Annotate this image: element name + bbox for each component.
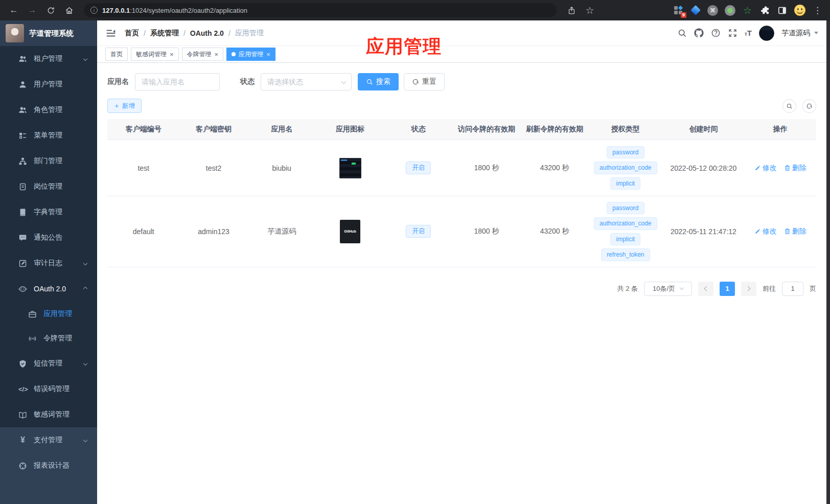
- chevron-down-icon: [680, 286, 684, 290]
- show-search-button[interactable]: [782, 99, 796, 113]
- cell-access-validity: 1800 秒: [452, 223, 520, 240]
- plus-icon: [114, 103, 120, 109]
- browser-menu-icon[interactable]: ⋮: [811, 5, 824, 16]
- site-info-icon[interactable]: i: [90, 7, 98, 14]
- bookmark-star-icon[interactable]: ☆: [582, 3, 597, 18]
- sidebar-item-label: 用户管理: [34, 80, 62, 89]
- sidebar-item-user[interactable]: 用户管理: [0, 72, 97, 97]
- chevron-down-icon: [83, 361, 87, 365]
- tab-application[interactable]: 应用管理×: [226, 48, 275, 61]
- status-select[interactable]: [261, 73, 352, 90]
- fullscreen-icon[interactable]: [728, 28, 737, 38]
- tab-token[interactable]: 令牌管理×: [182, 48, 224, 61]
- delete-link[interactable]: 删除: [784, 227, 806, 236]
- prev-page-button[interactable]: [698, 282, 713, 296]
- edit-link[interactable]: 修改: [754, 164, 777, 173]
- sidebar-item-dict[interactable]: 字典管理: [0, 199, 97, 225]
- cell-actions: 修改 删除: [745, 223, 816, 240]
- edit-link[interactable]: 修改: [754, 227, 777, 236]
- sidebar-item-tenant[interactable]: 租户管理: [0, 46, 97, 72]
- browser-reload-button[interactable]: [43, 3, 58, 18]
- font-size-icon[interactable]: тT: [745, 29, 752, 37]
- breadcrumb-system[interactable]: 系统管理: [150, 29, 179, 38]
- navbar-actions: тT 芋道源码: [677, 26, 818, 41]
- sidebar-item-error-code[interactable]: </> 错误码管理: [0, 376, 97, 402]
- extension-kite-icon[interactable]: [689, 5, 701, 16]
- applications-table: 客户端编号 客户端密钥 应用名 应用图标 状态 访问令牌的有效期 刷新令牌的有效…: [107, 119, 816, 267]
- main-area: 首页 / 系统管理 / OAuth 2.0 / 应用管理 тT 芋道源码 首页: [97, 20, 830, 504]
- col-access-validity: 访问令牌的有效期: [452, 119, 520, 140]
- add-button[interactable]: 新增: [107, 99, 142, 113]
- cell-create-time: 2022-05-12 00:28:20: [662, 160, 745, 176]
- breadcrumb-home[interactable]: 首页: [125, 29, 139, 38]
- col-client-id: 客户端编号: [107, 119, 179, 140]
- col-create-time: 创建时间: [662, 119, 745, 140]
- app-name-input[interactable]: [135, 73, 220, 90]
- delete-link[interactable]: 删除: [784, 164, 806, 173]
- sidebar-item-sms[interactable]: 短信管理: [0, 351, 97, 376]
- filter-form: 应用名 状态 搜索 重置: [107, 73, 816, 90]
- sidebar-item-label: 敏感词管理: [34, 410, 70, 419]
- browser-back-button[interactable]: ←: [6, 3, 21, 18]
- username[interactable]: 芋道源码: [781, 29, 810, 38]
- app-logo[interactable]: 芋道管理系统: [0, 20, 97, 46]
- sidebar-item-label: 短信管理: [34, 359, 62, 368]
- sidebar-item-notice[interactable]: 通知公告: [0, 225, 97, 250]
- goto-page-input[interactable]: [782, 282, 803, 296]
- sidebar-item-audit-log[interactable]: 审计日志: [0, 250, 97, 276]
- grant-type-tag: password: [607, 202, 644, 214]
- breadcrumb-oauth2[interactable]: OAuth 2.0: [190, 29, 224, 37]
- user-menu-caret-icon[interactable]: [814, 32, 818, 34]
- table-header-row: 客户端编号 客户端密钥 应用名 应用图标 状态 访问令牌的有效期 刷新令牌的有效…: [107, 119, 816, 140]
- sidebar-item-oauth2[interactable]: OAuth 2.0: [0, 276, 97, 302]
- sidebar-item-role[interactable]: 角色管理: [0, 97, 97, 123]
- profile-avatar-icon[interactable]: [794, 5, 805, 16]
- next-page-button[interactable]: [741, 282, 756, 296]
- sidebar-item-oauth2-token[interactable]: 令牌管理: [0, 326, 97, 351]
- extension-grid-icon[interactable]: 9: [672, 5, 684, 16]
- extension-command-icon[interactable]: ⌘: [707, 5, 719, 16]
- search-icon[interactable]: [677, 28, 687, 38]
- share-icon[interactable]: [564, 3, 579, 18]
- logo-image: [6, 24, 24, 42]
- user-avatar[interactable]: [759, 26, 774, 41]
- col-status: 状态: [384, 119, 452, 140]
- browser-home-button[interactable]: [61, 3, 77, 18]
- browser-forward-button[interactable]: →: [25, 3, 40, 18]
- chevron-down-icon: [83, 57, 87, 61]
- extension-star-icon[interactable]: ☆: [742, 5, 753, 16]
- sidebar-item-report-designer[interactable]: 报表设计器: [0, 453, 97, 478]
- grant-type-tag: implicit: [610, 233, 640, 245]
- extensions-puzzle-icon[interactable]: [759, 5, 771, 16]
- tab-home[interactable]: 首页: [105, 48, 128, 61]
- grant-type-tag: implicit: [610, 177, 640, 190]
- close-icon[interactable]: ×: [170, 51, 174, 58]
- help-icon[interactable]: [711, 28, 721, 38]
- current-page-button[interactable]: 1: [720, 282, 735, 296]
- sidebar-item-label: 令牌管理: [43, 334, 72, 343]
- tab-sensitive-word[interactable]: 敏感词管理×: [131, 48, 179, 61]
- app-title: 芋道管理系统: [29, 29, 74, 38]
- search-button[interactable]: 搜索: [358, 73, 399, 90]
- sidebar-collapse-icon[interactable]: [105, 28, 117, 39]
- close-icon[interactable]: ×: [266, 51, 270, 58]
- github-icon[interactable]: [694, 28, 704, 38]
- sidebar-item-post[interactable]: 岗位管理: [0, 174, 97, 199]
- side-panel-icon[interactable]: [776, 5, 788, 16]
- cell-client-secret: admin123: [179, 223, 247, 240]
- refresh-table-button[interactable]: [802, 99, 816, 113]
- sidebar-item-label: 部门管理: [34, 156, 62, 166]
- sidebar-item-oauth2-application[interactable]: 应用管理: [0, 302, 97, 326]
- sidebar-item-payment[interactable]: ¥ 支付管理: [0, 427, 97, 453]
- page-size-select[interactable]: 10条/页: [644, 282, 692, 296]
- extension-record-icon[interactable]: [724, 5, 736, 16]
- chevron-up-icon: [83, 287, 87, 291]
- sidebar-item-dept[interactable]: 部门管理: [0, 148, 97, 174]
- sidebar-item-sensitive-word[interactable]: 敏感词管理: [0, 402, 97, 427]
- sidebar-item-menu[interactable]: 菜单管理: [0, 123, 97, 148]
- close-icon[interactable]: ×: [215, 51, 219, 58]
- cell-grant-types: password authorization_code implicit ref…: [589, 196, 662, 267]
- reset-button[interactable]: 重置: [404, 73, 445, 90]
- top-navbar: 首页 / 系统管理 / OAuth 2.0 / 应用管理 тT 芋道源码: [97, 20, 826, 46]
- address-bar[interactable]: i 127.0.0.1:1024/system/oauth2/oauth2/ap…: [84, 3, 557, 17]
